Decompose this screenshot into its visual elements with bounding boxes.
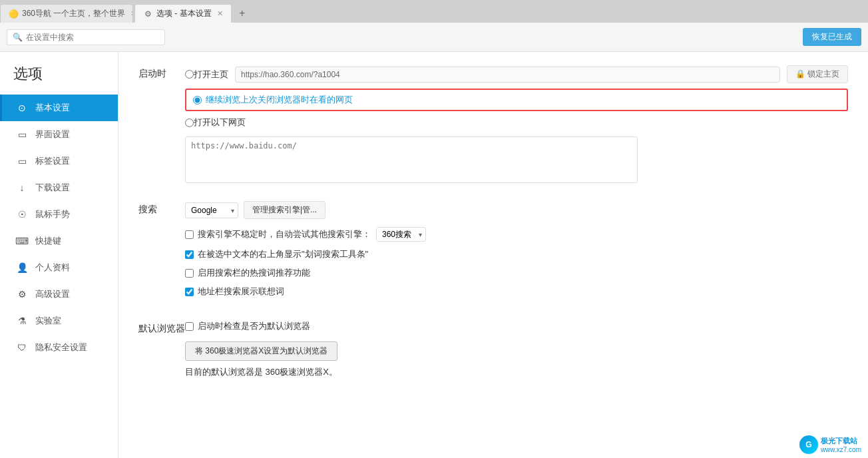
sidebar-label-basic: 基本设置 xyxy=(35,102,70,114)
content-area: 启动时 打开主页 🔒 锁定主页 xyxy=(118,52,868,458)
backup-search-row: 搜索引擎不稳定时，自动尝试其他搜索引擎： 360搜索 百度 Bing xyxy=(185,227,848,242)
interface-icon: ▭ xyxy=(15,128,29,141)
default-browser-section: 默认浏览器 启动时检查是否为默认浏览器 将 360极速浏览器X设置为默认浏览器 … xyxy=(138,320,848,378)
default-browser-title: 默认浏览器 xyxy=(138,320,185,378)
sidebar-item-basic[interactable]: ⊙ 基本设置 xyxy=(0,95,118,121)
tab-label-nav: 360导航 一个主页，整个世界 xyxy=(22,8,125,19)
lab-icon: ⚗ xyxy=(15,314,29,328)
header-area: 🔍 恢复已生成 xyxy=(0,23,868,52)
checkbox-word-search[interactable] xyxy=(185,250,194,259)
checkbox-hot-search-label[interactable]: 启用搜索栏的热搜词推荐功能 xyxy=(198,267,310,279)
pages-textarea[interactable] xyxy=(185,136,638,183)
search-options: Google Bing 百度 搜狗 管理搜索引擎|管... 搜索引擎不稳定时 xyxy=(185,201,848,304)
sidebar-item-advanced[interactable]: ⚙ 高级设置 xyxy=(0,281,118,308)
tab-icon-nav: 🟡 xyxy=(9,9,18,19)
search-icon: 🔍 xyxy=(13,33,23,42)
radio-open-pages-label[interactable]: 打开以下网页 xyxy=(194,116,246,128)
homepage-url-input[interactable] xyxy=(235,67,780,83)
search-engine-row: Google Bing 百度 搜狗 管理搜索引擎|管... xyxy=(185,201,848,219)
default-browser-options: 启动时检查是否为默认浏览器 将 360极速浏览器X设置为默认浏览器 目前的默认浏… xyxy=(185,320,848,378)
startup-title: 启动时 xyxy=(138,65,185,185)
default-browser-status: 目前的默认浏览器是 360极速浏览器X。 xyxy=(185,366,848,378)
tab-close-nav[interactable]: ✕ xyxy=(130,9,133,18)
tab-bar: 🟡 360导航 一个主页，整个世界 ✕ ⚙ 选项 - 基本设置 ✕ + xyxy=(0,0,868,23)
restore-button[interactable]: 恢复已生成 xyxy=(803,28,861,46)
checkbox-check-default-label[interactable]: 启动时检查是否为默认浏览器 xyxy=(198,320,310,332)
sidebar-label-download: 下载设置 xyxy=(35,182,70,194)
radio-continue-label[interactable]: 继续浏览上次关闭浏览器时在看的网页 xyxy=(206,94,353,106)
basic-icon: ⊙ xyxy=(15,101,29,114)
tabs-icon: ▭ xyxy=(15,154,29,168)
checkbox-suggest-search[interactable] xyxy=(185,288,194,296)
sidebar-label-shortcuts: 快捷键 xyxy=(35,235,61,247)
watermark-url: www.xz7.com xyxy=(821,446,861,453)
search-title: 搜索 xyxy=(138,201,185,304)
tab-360nav[interactable]: 🟡 360导航 一个主页，整个世界 ✕ xyxy=(0,4,133,23)
watermark-logo: G xyxy=(799,435,818,454)
sidebar-item-lab[interactable]: ⚗ 实验室 xyxy=(0,308,118,334)
startup-options: 打开主页 🔒 锁定主页 继续浏览上次关闭浏览器时在看的网页 xyxy=(185,65,848,185)
word-search-row: 在被选中文本的右上角显示"划词搜索工具条" xyxy=(185,248,848,260)
radio-open-pages[interactable] xyxy=(185,118,194,127)
search-engine-select-wrap: Google Bing 百度 搜狗 xyxy=(185,202,238,218)
main-container: 选项 ⊙ 基本设置 ▭ 界面设置 ▭ 标签设置 ↓ 下载设置 ☉ 鼠标手势 xyxy=(0,52,868,458)
checkbox-backup-search[interactable] xyxy=(185,230,194,239)
continue-browsing-row: 继续浏览上次关闭浏览器时在看的网页 xyxy=(185,89,848,111)
sidebar-item-privacy[interactable]: 🛡 隐私安全设置 xyxy=(0,334,118,361)
checkbox-check-default[interactable] xyxy=(185,322,194,331)
tab-settings[interactable]: ⚙ 选项 - 基本设置 ✕ xyxy=(134,4,232,23)
advanced-icon: ⚙ xyxy=(15,288,29,301)
search-section: 搜索 Google Bing 百度 搜狗 管理搜索引擎|管... xyxy=(138,201,848,304)
radio-homepage[interactable] xyxy=(185,70,194,79)
sidebar-item-profile[interactable]: 👤 个人资料 xyxy=(0,254,118,281)
startup-section: 启动时 打开主页 🔒 锁定主页 xyxy=(138,65,848,185)
sidebar-label-advanced: 高级设置 xyxy=(35,288,70,300)
tab-add-button[interactable]: + xyxy=(233,4,252,23)
sidebar-title: 选项 xyxy=(0,52,118,95)
privacy-icon: 🛡 xyxy=(15,341,29,354)
set-default-wrap: 将 360极速浏览器X设置为默认浏览器 xyxy=(185,339,848,361)
sidebar-item-tabs[interactable]: ▭ 标签设置 xyxy=(0,148,118,174)
backup-engine-select-wrap: 360搜索 百度 Bing xyxy=(376,227,426,242)
startup-homepage-row: 打开主页 🔒 锁定主页 xyxy=(185,65,848,83)
radio-continue[interactable] xyxy=(193,96,202,105)
set-default-button[interactable]: 将 360极速浏览器X设置为默认浏览器 xyxy=(185,342,337,361)
watermark: G 极光下载站 www.xz7.com xyxy=(799,435,861,454)
sidebar-label-tabs: 标签设置 xyxy=(35,155,70,167)
manage-search-button[interactable]: 管理搜索引擎|管... xyxy=(244,201,326,219)
sidebar-item-mouse[interactable]: ☉ 鼠标手势 xyxy=(0,201,118,228)
mouse-icon: ☉ xyxy=(15,208,29,221)
settings-search-input[interactable] xyxy=(26,33,159,42)
sidebar: 选项 ⊙ 基本设置 ▭ 界面设置 ▭ 标签设置 ↓ 下载设置 ☉ 鼠标手势 xyxy=(0,52,118,458)
check-default-row: 启动时检查是否为默认浏览器 xyxy=(185,320,848,332)
download-icon: ↓ xyxy=(15,181,29,194)
open-pages-row: 打开以下网页 xyxy=(185,116,848,128)
sidebar-item-download[interactable]: ↓ 下载设置 xyxy=(0,174,118,201)
shortcuts-icon: ⌨ xyxy=(15,234,29,248)
sidebar-label-profile: 个人资料 xyxy=(35,262,70,274)
pages-textarea-wrap xyxy=(185,134,848,185)
lock-homepage-button[interactable]: 🔒 锁定主页 xyxy=(787,65,848,83)
profile-icon: 👤 xyxy=(15,261,29,274)
checkbox-suggest-search-label[interactable]: 地址栏搜索展示联想词 xyxy=(198,286,284,298)
backup-engine-select[interactable]: 360搜索 百度 Bing xyxy=(376,227,426,242)
radio-homepage-label[interactable]: 打开主页 xyxy=(194,69,228,81)
tab-label-settings: 选项 - 基本设置 xyxy=(156,8,212,19)
sidebar-item-shortcuts[interactable]: ⌨ 快捷键 xyxy=(0,228,118,254)
watermark-site: 极光下载站 xyxy=(821,436,861,446)
sidebar-label-interface: 界面设置 xyxy=(35,128,70,140)
sidebar-label-privacy: 隐私安全设置 xyxy=(35,342,87,353)
watermark-text: 极光下载站 www.xz7.com xyxy=(821,436,861,453)
settings-search-wrap: 🔍 xyxy=(7,29,165,45)
checkbox-hot-search[interactable] xyxy=(185,269,194,278)
search-engine-select[interactable]: Google Bing 百度 搜狗 xyxy=(185,202,238,218)
suggest-search-row: 地址栏搜索展示联想词 xyxy=(185,286,848,298)
tab-close-settings[interactable]: ✕ xyxy=(217,9,223,18)
sidebar-item-interface[interactable]: ▭ 界面设置 xyxy=(0,121,118,148)
checkbox-backup-label[interactable]: 搜索引擎不稳定时，自动尝试其他搜索引擎： xyxy=(198,228,371,240)
checkbox-word-search-label[interactable]: 在被选中文本的右上角显示"划词搜索工具条" xyxy=(198,248,368,260)
tab-icon-settings: ⚙ xyxy=(143,9,152,19)
sidebar-label-lab: 实验室 xyxy=(35,315,61,327)
sidebar-label-mouse: 鼠标手势 xyxy=(35,208,70,220)
hot-search-row: 启用搜索栏的热搜词推荐功能 xyxy=(185,267,848,279)
